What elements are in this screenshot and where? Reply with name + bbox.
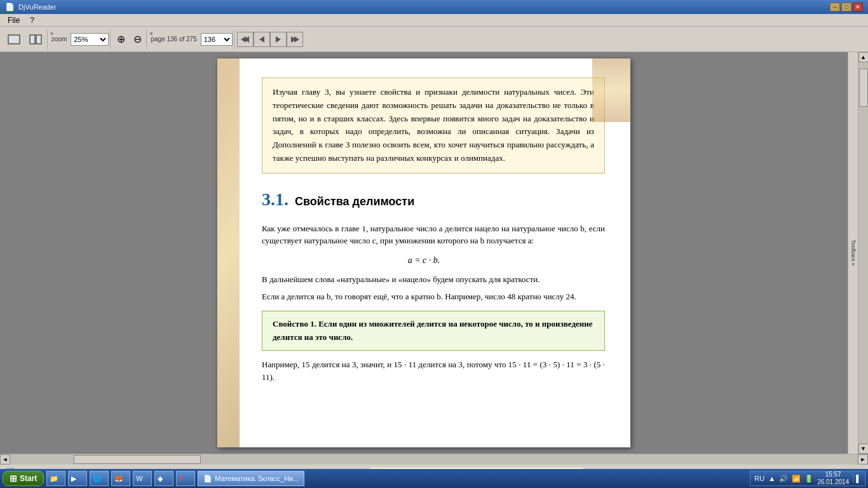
scroll-right-btn[interactable]: ► [858, 454, 868, 464]
page-label: × page 136 of 275 [149, 36, 198, 43]
top-right-decoration [592, 58, 630, 122]
windows-icon: ⊞ [10, 473, 17, 484]
nav-next-btn[interactable] [270, 32, 287, 47]
taskbar-media[interactable]: ▶ [68, 471, 87, 486]
show-desktop-btn[interactable]: ▌ [853, 475, 861, 482]
zoom-out-btn[interactable]: ⊖ [130, 32, 145, 47]
svg-rect-4 [31, 36, 34, 43]
taskbar-djvu-item[interactable]: 📄 Математика. 5класс_Ни... [198, 471, 304, 486]
scroll-h-track[interactable] [10, 454, 858, 464]
maximize-button[interactable]: □ [841, 3, 851, 11]
property-text: Свойство 1. Если один из множителей дели… [273, 319, 593, 342]
svg-marker-11 [294, 36, 299, 43]
toolbar-nav-section [236, 29, 304, 50]
paragraph-3: Если a делится на b, то говорят ещё, что… [262, 290, 605, 303]
vertical-scrollbar[interactable]: ▲ ▼ [858, 52, 868, 454]
view-mode-btn2[interactable] [25, 32, 46, 47]
app-title: DjVuReader [18, 3, 57, 11]
nav-last-btn[interactable] [287, 32, 303, 47]
language-indicator[interactable]: RU [754, 475, 764, 482]
property-box: Свойство 1. Если один из множителей дели… [262, 311, 605, 351]
paragraph-2: В дальнейшем слова «натуральные» и «наце… [262, 273, 605, 286]
intro-box: Изучая главу 3, вы узнаете свойства и пр… [262, 78, 605, 173]
svg-rect-1 [10, 36, 18, 43]
scroll-up-btn[interactable]: ▲ [858, 52, 869, 62]
taskbar-app1[interactable]: ◆ [154, 471, 173, 486]
scroll-left-btn[interactable]: ◄ [0, 454, 10, 464]
speaker-icon[interactable]: 🔊 [779, 475, 788, 483]
clock-display: 15:57 26.01.2014 [817, 471, 849, 486]
side-toolbars-label[interactable]: Toolbars « [848, 52, 858, 454]
close-button[interactable]: ✕ [853, 3, 863, 11]
taskbar-chrome[interactable]: 🌐 [90, 471, 109, 486]
nav-prev-btn[interactable] [254, 32, 270, 47]
minimize-button[interactable]: ─ [830, 3, 840, 11]
horizontal-scrollbar[interactable]: ◄ ► [0, 454, 868, 464]
toolbar-view-section [3, 29, 48, 50]
view-mode-btn[interactable] [4, 32, 24, 47]
page-decoration [217, 58, 240, 447]
network-icon[interactable]: 📶 [792, 475, 801, 483]
system-tray: RU ▲ 🔊 📶 🔋 15:57 26.01.2014 ▌ [750, 471, 865, 486]
paragraph-1: Как уже отмечалось в главе 1, натурально… [262, 222, 605, 247]
menu-file[interactable]: File [3, 15, 25, 26]
doc-viewer[interactable]: Изучая главу 3, вы узнаете свойства и пр… [0, 52, 848, 454]
app-icon: 📄 [5, 3, 15, 11]
page-content: Изучая главу 3, вы узнаете свойства и пр… [217, 58, 630, 447]
chapter-heading: 3.1. Свойства делимости [262, 186, 605, 213]
svg-rect-5 [37, 36, 41, 43]
svg-marker-8 [259, 36, 264, 43]
section-title: Свойства делимости [295, 193, 414, 210]
svg-marker-7 [241, 36, 246, 43]
toolbar: × zoom 25% 50% 75% 100% ⊕ ⊖ × page 136 o… [0, 27, 868, 52]
scroll-down-btn[interactable]: ▼ [858, 444, 869, 454]
titlebar: 📄 DjVuReader ─ □ ✕ [0, 0, 868, 14]
paragraph-4: Например, 15 делится на 3, значит, и 15 … [262, 358, 605, 383]
taskbar-pdf[interactable]: A [176, 471, 195, 486]
main-area: Изучая главу 3, вы узнаете свойства и пр… [0, 52, 868, 454]
scroll-h-thumb[interactable] [74, 455, 201, 464]
menubar: File ? [0, 14, 868, 27]
taskbar-explorer[interactable]: 📁 [46, 471, 65, 486]
battery-icon: 🔋 [804, 475, 813, 483]
taskbar: ⊞ Start 📁 ▶ 🌐 🦊 W ◆ A 📄 Математика. 5кла… [0, 469, 868, 488]
zoom-label: × zoom [50, 36, 68, 43]
zoom-in-btn[interactable]: ⊕ [113, 32, 128, 47]
scroll-track[interactable] [858, 62, 869, 444]
start-button[interactable]: ⊞ Start [3, 471, 44, 486]
toolbar-zoom-section: × zoom 25% 50% 75% 100% [49, 29, 111, 50]
zoom-select[interactable]: 25% 50% 75% 100% [71, 33, 109, 46]
formula: a = c · b. [243, 254, 605, 267]
svg-marker-9 [276, 36, 281, 43]
toolbar-zoom-btn-section: ⊕ ⊖ [112, 29, 147, 50]
scroll-thumb[interactable] [859, 69, 868, 107]
section-number: 3.1. [262, 186, 288, 213]
menu-help[interactable]: ? [25, 15, 39, 26]
toolbar-page-section: × page 136 of 275 136 [148, 29, 234, 50]
tray-up-icon: ▲ [768, 475, 775, 482]
taskbar-word[interactable]: W [133, 471, 152, 486]
nav-first-btn[interactable] [237, 32, 254, 47]
taskbar-firefox[interactable]: 🦊 [111, 471, 130, 486]
intro-text: Изучая главу 3, вы узнаете свойства и пр… [273, 87, 594, 163]
page-select[interactable]: 136 [201, 33, 233, 46]
